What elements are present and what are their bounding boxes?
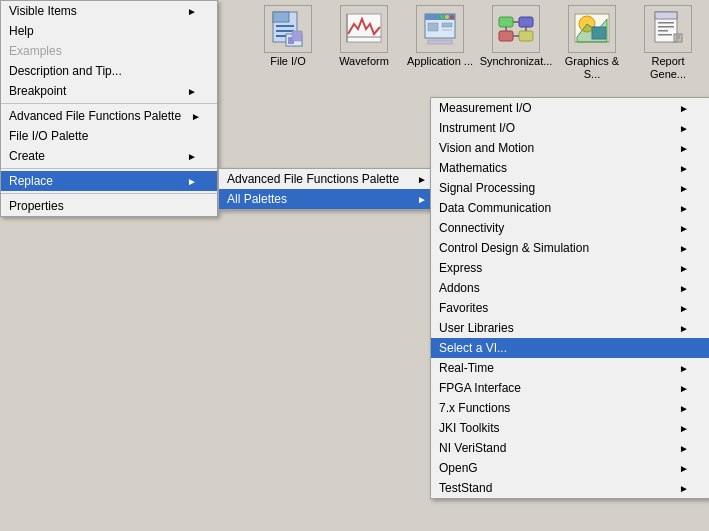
all-palettes-arrow: ►: [417, 194, 427, 205]
menu-item-description[interactable]: Description and Tip...: [1, 61, 217, 81]
svg-rect-33: [658, 26, 674, 28]
svg-rect-15: [442, 23, 452, 27]
menu-item-user-libraries[interactable]: User Libraries ►: [431, 318, 709, 338]
breakpoint-arrow: ►: [187, 86, 197, 97]
menu-item-advanced-file-palette[interactable]: Advanced File Functions Palette ►: [219, 169, 447, 189]
openg-arrow: ►: [679, 463, 689, 474]
application-icon-box: [416, 5, 464, 53]
all-palettes-submenu: Measurement I/O ► Instrument I/O ► Visio…: [430, 97, 709, 499]
menu-item-7x-functions[interactable]: 7.x Functions ►: [431, 398, 709, 418]
svg-rect-18: [499, 17, 513, 27]
menu-item-help[interactable]: Help: [1, 21, 217, 41]
menu-item-teststand[interactable]: TestStand ►: [431, 478, 709, 498]
waveform-icon-item: Waveform: [328, 5, 400, 68]
menu-item-addons[interactable]: Addons ►: [431, 278, 709, 298]
svg-point-13: [440, 15, 444, 19]
graphics-label: Graphics & S...: [556, 55, 628, 81]
menu-item-mathematics[interactable]: Mathematics ►: [431, 158, 709, 178]
svg-point-12: [445, 15, 449, 19]
menu-item-openg[interactable]: OpenG ►: [431, 458, 709, 478]
real-time-arrow: ►: [679, 363, 689, 374]
toolbar-area: File I/O Waveform: [247, 0, 709, 110]
menu-item-fpga[interactable]: FPGA Interface ►: [431, 378, 709, 398]
express-arrow: ►: [679, 263, 689, 274]
menu-item-breakpoint[interactable]: Breakpoint ►: [1, 81, 217, 101]
svg-rect-31: [655, 12, 677, 19]
jki-arrow: ►: [679, 423, 689, 434]
menu-item-control-design[interactable]: Control Design & Simulation ►: [431, 238, 709, 258]
menu-item-data-communication[interactable]: Data Communication ►: [431, 198, 709, 218]
application-icon-item: Application ...: [404, 5, 476, 68]
menu-item-visible-items[interactable]: Visible Items ►: [1, 1, 217, 21]
menu-item-advanced-file[interactable]: Advanced File Functions Palette ►: [1, 106, 217, 126]
menu-item-connectivity[interactable]: Connectivity ►: [431, 218, 709, 238]
menu-item-all-palettes[interactable]: All Palettes ►: [219, 189, 447, 209]
separator-3: [1, 193, 217, 194]
svg-rect-21: [519, 31, 533, 41]
menu-item-file-io-palette[interactable]: File I/O Palette: [1, 126, 217, 146]
menu-item-vision-motion[interactable]: Vision and Motion ►: [431, 138, 709, 158]
data-comm-arrow: ►: [679, 203, 689, 214]
advanced-file-arrow: ►: [191, 111, 201, 122]
waveform-icon-box: [340, 5, 388, 53]
svg-rect-16: [442, 29, 452, 31]
menu-item-examples: Examples: [1, 41, 217, 61]
waveform-label: Waveform: [339, 55, 389, 68]
svg-rect-3: [276, 30, 294, 32]
visible-items-arrow: ►: [187, 6, 197, 17]
menu-item-favorites[interactable]: Favorites ►: [431, 298, 709, 318]
application-label: Application ...: [407, 55, 473, 68]
7x-arrow: ►: [679, 403, 689, 414]
menu-item-ni-veristand[interactable]: NI VeriStand ►: [431, 438, 709, 458]
file-io-label: File I/O: [270, 55, 305, 68]
menu-item-instrument-io[interactable]: Instrument I/O ►: [431, 118, 709, 138]
signal-processing-arrow: ►: [679, 183, 689, 194]
graphics-icon-box: [568, 5, 616, 53]
svg-point-11: [450, 15, 454, 19]
measurement-io-arrow: ►: [679, 103, 689, 114]
menu-item-express[interactable]: Express ►: [431, 258, 709, 278]
svg-rect-2: [276, 25, 294, 27]
sync-icon-item: Synchronizat...: [480, 5, 552, 68]
adv-file-palette-arrow: ►: [417, 174, 427, 185]
file-io-icon-box: [264, 5, 312, 53]
menu-item-measurement-io[interactable]: Measurement I/O ►: [431, 98, 709, 118]
fpga-arrow: ►: [679, 383, 689, 394]
ni-veristand-arrow: ►: [679, 443, 689, 454]
favorites-arrow: ►: [679, 303, 689, 314]
menu-item-create[interactable]: Create ►: [1, 146, 217, 166]
menu-item-real-time[interactable]: Real-Time ►: [431, 358, 709, 378]
replace-arrow: ►: [187, 176, 197, 187]
replace-submenu: Advanced File Functions Palette ► All Pa…: [218, 168, 448, 210]
create-arrow: ►: [187, 151, 197, 162]
menu-item-replace[interactable]: Replace ►: [1, 171, 217, 191]
svg-rect-32: [658, 22, 674, 24]
svg-rect-34: [658, 30, 668, 32]
menu-item-signal-processing[interactable]: Signal Processing ►: [431, 178, 709, 198]
connectivity-arrow: ►: [679, 223, 689, 234]
svg-rect-20: [519, 17, 533, 27]
svg-rect-17: [428, 40, 452, 44]
sync-icon-box: [492, 5, 540, 53]
mathematics-arrow: ►: [679, 163, 689, 174]
menu-item-jki[interactable]: JKI Toolkits ►: [431, 418, 709, 438]
svg-rect-19: [499, 31, 513, 41]
graphics-icon-item: Graphics & S...: [556, 5, 628, 81]
svg-rect-35: [658, 34, 672, 36]
svg-rect-1: [273, 12, 289, 22]
sync-label: Synchronizat...: [480, 55, 553, 68]
vision-motion-arrow: ►: [679, 143, 689, 154]
addons-arrow: ►: [679, 283, 689, 294]
report-icon-box: [644, 5, 692, 53]
svg-rect-14: [428, 23, 438, 31]
user-libraries-arrow: ►: [679, 323, 689, 334]
report-icon-item: Report Gene...: [632, 5, 704, 81]
menu-item-properties[interactable]: Properties: [1, 196, 217, 216]
report-label: Report Gene...: [632, 55, 704, 81]
menu-item-select-vi[interactable]: Select a VI...: [431, 338, 709, 358]
file-io-icon-item: File I/O: [252, 5, 324, 68]
separator-2: [1, 168, 217, 169]
separator-1: [1, 103, 217, 104]
teststand-arrow: ►: [679, 483, 689, 494]
control-design-arrow: ►: [679, 243, 689, 254]
